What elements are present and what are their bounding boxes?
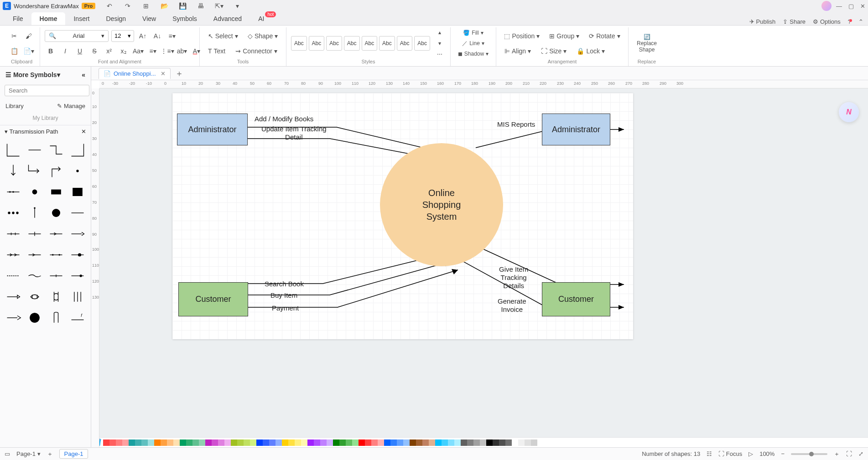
color-swatch[interactable]: [129, 439, 135, 446]
my-library-label[interactable]: My Library: [0, 113, 91, 125]
zoom-in-icon[interactable]: ＋: [834, 450, 840, 458]
add-tab-icon[interactable]: ＋: [175, 68, 183, 79]
menu-advanced[interactable]: Advanced: [205, 12, 250, 25]
menu-ai[interactable]: AI hot: [250, 12, 272, 25]
shape-item[interactable]: [25, 182, 45, 202]
color-swatch[interactable]: [212, 439, 218, 446]
open-icon[interactable]: 📂: [158, 0, 170, 12]
style-swatch[interactable]: Abc: [291, 36, 307, 51]
publish-button[interactable]: ✈Publish: [749, 18, 776, 25]
color-swatch[interactable]: [148, 439, 154, 446]
shape-item[interactable]: f: [68, 308, 87, 327]
paste-icon[interactable]: 📄▾: [23, 45, 35, 57]
color-swatch[interactable]: [346, 439, 352, 446]
shape-item[interactable]: TextText: [68, 182, 87, 202]
fullscreen-icon[interactable]: ⤢: [858, 450, 863, 457]
print-icon[interactable]: 🖶: [195, 0, 207, 12]
shape-item[interactable]: [4, 161, 23, 181]
options-button[interactable]: ⚙Options: [813, 18, 841, 25]
color-swatch[interactable]: [416, 439, 422, 446]
document-tab[interactable]: 📄 Online Shoppi... ✕: [99, 68, 171, 79]
shape-tool[interactable]: ◇ Shape ▾: [244, 30, 281, 42]
color-swatch[interactable]: [250, 439, 256, 446]
color-swatch[interactable]: [256, 439, 263, 446]
close-section-icon[interactable]: ✕: [81, 128, 86, 135]
font-size-select[interactable]: 12▾: [111, 30, 134, 42]
shape-item[interactable]: [68, 224, 87, 243]
color-swatch[interactable]: [263, 439, 269, 446]
shape-item[interactable]: [25, 266, 45, 285]
group-button[interactable]: ⊞ Group▾: [546, 30, 583, 42]
color-swatch[interactable]: [199, 439, 205, 446]
color-swatch[interactable]: [244, 439, 250, 446]
menu-home[interactable]: Home: [31, 12, 66, 25]
style-swatch[interactable]: Abc: [326, 36, 342, 51]
redo-icon[interactable]: ↷: [122, 0, 134, 12]
color-swatch[interactable]: [378, 439, 384, 446]
layers-icon[interactable]: ☷: [707, 450, 712, 457]
shape-item[interactable]: [68, 287, 87, 306]
shape-item[interactable]: [68, 161, 87, 181]
color-swatch[interactable]: [161, 439, 167, 446]
undo-icon[interactable]: ↶: [104, 0, 115, 12]
color-swatch[interactable]: [173, 439, 180, 446]
color-swatch[interactable]: [505, 439, 512, 446]
bold-icon[interactable]: B: [45, 45, 57, 57]
connector-tool[interactable]: ⇝ Connector ▾: [232, 45, 281, 57]
rotate-button[interactable]: ⟳ Rotate▾: [586, 30, 624, 42]
shape-item[interactable]: [47, 224, 66, 243]
color-swatch[interactable]: [103, 439, 109, 446]
color-swatch[interactable]: [531, 439, 537, 446]
color-swatch[interactable]: [186, 439, 192, 446]
color-swatch[interactable]: [499, 439, 505, 446]
color-swatch[interactable]: [422, 439, 429, 446]
shape-item[interactable]: [4, 140, 23, 160]
color-swatch[interactable]: [109, 439, 116, 446]
color-swatch[interactable]: [525, 439, 531, 446]
color-swatch[interactable]: [307, 439, 314, 446]
diagram-circle-system[interactable]: OnlineShoppingSystem: [380, 143, 503, 266]
add-page-icon[interactable]: ＋: [47, 450, 53, 458]
search-input[interactable]: [5, 85, 89, 96]
subscript-icon[interactable]: x₂: [118, 45, 130, 57]
color-swatch[interactable]: [359, 439, 365, 446]
shape-item[interactable]: [4, 287, 23, 306]
replace-shape-button[interactable]: 🔄 Replace Shape: [633, 28, 660, 58]
highlight-icon[interactable]: ab▾: [176, 45, 188, 57]
close-tab-icon[interactable]: ✕: [161, 70, 166, 77]
color-swatch[interactable]: [467, 439, 473, 446]
color-swatch[interactable]: [141, 439, 148, 446]
shape-item[interactable]: [25, 140, 45, 160]
shape-item[interactable]: [4, 245, 23, 264]
shape-item[interactable]: [4, 203, 23, 222]
color-swatch[interactable]: [180, 439, 186, 446]
shape-item[interactable]: [47, 308, 66, 327]
color-swatch[interactable]: [205, 439, 212, 446]
color-swatch[interactable]: [295, 439, 301, 446]
color-swatch[interactable]: [218, 439, 224, 446]
case-icon[interactable]: Aa▾: [132, 45, 144, 57]
diagram-box-administrator-left[interactable]: Administrator: [177, 114, 248, 145]
color-swatch[interactable]: [327, 439, 333, 446]
shape-item[interactable]: [25, 161, 45, 181]
more-symbols-label[interactable]: More Symbols: [13, 71, 57, 78]
shape-item[interactable]: [4, 266, 23, 285]
style-more-icon[interactable]: ⋯: [434, 49, 446, 59]
copy-icon[interactable]: 📋: [8, 45, 20, 57]
superscript-icon[interactable]: x²: [103, 45, 115, 57]
style-down-icon[interactable]: ▾: [434, 38, 446, 48]
list-icon[interactable]: ⋮≡▾: [161, 45, 173, 57]
color-swatch[interactable]: [231, 439, 237, 446]
select-tool[interactable]: ↖ Select ▾: [204, 30, 241, 42]
strikethrough-icon[interactable]: S: [88, 45, 100, 57]
style-swatch[interactable]: Abc: [397, 36, 413, 51]
presentation-icon[interactable]: ▷: [748, 450, 753, 457]
minimize-icon[interactable]: —: [836, 3, 842, 10]
canvas-viewport[interactable]: Administrator Administrator Customer Cus…: [99, 88, 868, 437]
share-button[interactable]: ⇪Share: [783, 18, 806, 25]
color-swatch[interactable]: [269, 439, 275, 446]
color-swatch[interactable]: [435, 439, 442, 446]
position-button[interactable]: ⬚ Position▾: [501, 30, 543, 42]
shape-item[interactable]: [68, 203, 87, 222]
color-swatch[interactable]: [429, 439, 435, 446]
